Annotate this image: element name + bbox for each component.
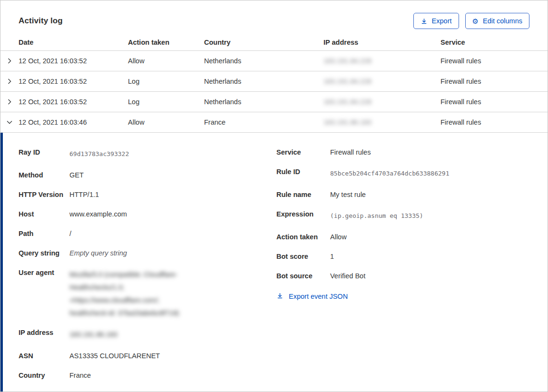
toolbar-buttons: Export ⚙ Edit columns	[413, 13, 529, 29]
detail-field-label: Bot source	[276, 272, 330, 281]
export-event-json-label: Export event JSON	[289, 293, 348, 300]
chevron-right-icon[interactable]	[0, 58, 19, 64]
edit-columns-button-label: Edit columns	[483, 17, 522, 25]
chevron-right-icon[interactable]	[0, 98, 19, 105]
cell-ip-address: 183.191.84.228	[323, 98, 440, 106]
detail-field-value: 183.191.86.183	[69, 328, 117, 341]
table-row[interactable]: 12 Oct, 2021 16:03:52AllowNetherlands183…	[0, 51, 548, 71]
detail-field-asn: ASNAS13335 CLOUDFLARENET	[19, 352, 276, 361]
cell-ip-address: 183.191.86.183	[323, 118, 440, 126]
detail-field-label: Rule ID	[276, 167, 330, 180]
detail-field-label: Rule name	[276, 190, 330, 199]
cell-service: Firewall rules	[440, 78, 548, 85]
cell-country: Netherlands	[204, 57, 323, 65]
redacted-ip-value: 183.191.84.228	[323, 98, 372, 106]
download-icon	[421, 18, 428, 25]
cell-country: Netherlands	[204, 98, 323, 106]
detail-field-label: User agent	[19, 268, 69, 320]
detail-field-value: HTTP/1.1	[69, 190, 99, 199]
cell-action-taken: Log	[128, 98, 204, 106]
detail-field-label: Path	[19, 229, 69, 238]
detail-field-label: IP address	[19, 328, 69, 341]
detail-field-label: HTTP Version	[19, 190, 69, 199]
redacted-ip-value: 183.191.84.228	[323, 78, 372, 85]
detail-field-value: 1	[330, 252, 334, 261]
column-header-ip-address: IP address	[323, 39, 440, 46]
detail-field-value: Firewall rules	[330, 148, 371, 157]
cell-ip-address: 183.191.84.228	[323, 78, 440, 85]
detail-field-label: ASN	[19, 352, 69, 361]
cell-country: France	[204, 118, 323, 126]
detail-field-rule-id: Rule ID85bce5b204cf4703a764dcb633886291	[276, 167, 538, 180]
detail-field-label: Ray ID	[19, 148, 69, 160]
detail-field-label: Expression	[276, 210, 330, 222]
detail-field-value: Mozilla/5.0 (compatible; Cloudflare-Heal…	[69, 268, 186, 320]
cell-ip-address: 183.191.84.228	[323, 57, 440, 65]
detail-field-service: ServiceFirewall rules	[276, 148, 538, 157]
detail-field-value: 85bce5b204cf4703a764dcb633886291	[330, 167, 449, 180]
detail-field-value: (ip.geoip.asnum eq 13335)	[330, 210, 423, 222]
column-header-date: Date	[19, 39, 128, 46]
table-row[interactable]: 12 Oct, 2021 16:03:52LogNetherlands183.1…	[0, 71, 548, 92]
chevron-right-icon[interactable]	[0, 78, 19, 85]
export-button-label: Export	[432, 17, 452, 25]
detail-field-query-string: Query stringEmpty query string	[19, 249, 276, 258]
cell-action-taken: Allow	[128, 57, 204, 65]
cell-service: Firewall rules	[440, 98, 548, 106]
detail-field-expression: Expression(ip.geoip.asnum eq 13335)	[276, 210, 538, 222]
cell-date: 12 Oct, 2021 16:03:52	[19, 98, 128, 106]
table-row[interactable]: 12 Oct, 2021 16:03:46AllowFrance183.191.…	[0, 112, 548, 133]
cell-service: Firewall rules	[440, 118, 548, 126]
detail-left-column: Ray ID69d13783ac393322MethodGETHTTP Vers…	[19, 148, 276, 391]
detail-field-value: AS13335 CLOUDFLARENET	[69, 352, 160, 361]
detail-field-label: Action taken	[276, 233, 330, 242]
cell-service: Firewall rules	[440, 57, 548, 65]
cell-date: 12 Oct, 2021 16:03:46	[19, 118, 128, 126]
detail-field-bot-score: Bot score1	[276, 252, 538, 261]
detail-right-items: ServiceFirewall rulesRule ID85bce5b204cf…	[276, 148, 538, 281]
detail-field-value: Empty query string	[69, 249, 127, 258]
cell-action-taken: Allow	[128, 118, 204, 126]
detail-field-value: /	[69, 229, 71, 238]
redacted-ip-value: 183.191.86.183	[323, 118, 372, 126]
detail-field-value: My test rule	[330, 190, 366, 199]
edit-columns-button[interactable]: ⚙ Edit columns	[465, 13, 529, 29]
detail-field-ip-address: IP address183.191.86.183	[19, 328, 276, 341]
activity-log-panel: Activity log Export ⚙ Edit columns DateA…	[0, 0, 548, 392]
detail-field-http-version: HTTP VersionHTTP/1.1	[19, 190, 276, 199]
column-header-action-taken: Action taken	[128, 39, 204, 46]
export-button[interactable]: Export	[413, 13, 459, 29]
gear-icon: ⚙	[472, 18, 479, 25]
redacted-ip-value: 183.191.84.228	[323, 57, 372, 65]
download-icon	[276, 292, 284, 301]
detail-field-country: CountryFrance	[19, 371, 276, 380]
detail-field-value: 69d13783ac393322	[69, 148, 129, 160]
detail-right-column: ServiceFirewall rulesRule ID85bce5b204cf…	[276, 148, 538, 301]
detail-field-value: Allow	[330, 233, 347, 242]
detail-field-value: GET	[69, 171, 84, 180]
chevron-down-icon[interactable]	[0, 119, 19, 126]
detail-field-label: Country	[19, 371, 69, 380]
cell-country: Netherlands	[204, 78, 323, 85]
export-event-json-link[interactable]: Export event JSON	[276, 292, 348, 301]
detail-field-label: Bot score	[276, 252, 330, 261]
detail-field-ray-id: Ray ID69d13783ac393322	[19, 148, 276, 160]
page-title: Activity log	[19, 16, 63, 26]
column-header-service: Service	[440, 39, 548, 46]
detail-field-bot-source: Bot sourceVerified Bot	[276, 272, 538, 281]
detail-field-label: Query string	[19, 249, 69, 258]
detail-field-method: MethodGET	[19, 171, 276, 180]
detail-field-user-agent: User agentMozilla/5.0 (compatible; Cloud…	[19, 268, 276, 320]
detail-field-label: Method	[19, 171, 69, 180]
detail-field-label: Host	[19, 210, 69, 219]
detail-field-value: Verified Bot	[330, 272, 365, 281]
detail-field-label: Service	[276, 148, 330, 157]
detail-field-value: www.example.com	[69, 210, 127, 219]
detail-field-host: Hostwww.example.com	[19, 210, 276, 219]
table-header-row: DateAction takenCountryIP addressService	[0, 39, 548, 51]
column-header-country: Country	[204, 39, 323, 46]
detail-field-path: Path/	[19, 229, 276, 238]
detail-field-action-taken: Action takenAllow	[276, 233, 538, 242]
table-row[interactable]: 12 Oct, 2021 16:03:52LogNetherlands183.1…	[0, 92, 548, 112]
cell-date: 12 Oct, 2021 16:03:52	[19, 78, 128, 85]
